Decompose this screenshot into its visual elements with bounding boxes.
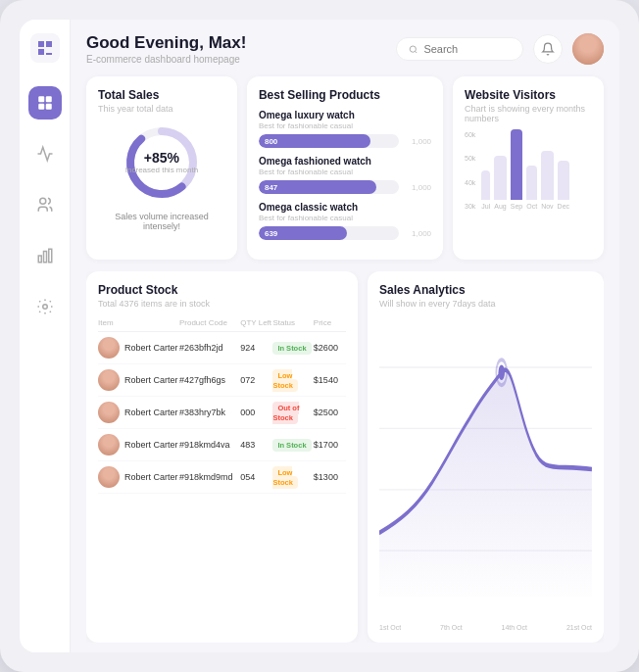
td-status: Out of Stock	[272, 403, 313, 422]
svg-rect-6	[38, 256, 41, 263]
sales-analytics-card: Sales Analytics Will show in every 7days…	[368, 271, 604, 643]
bar-col-bar	[481, 170, 490, 200]
donut-percent: +85%	[125, 150, 198, 166]
avatar[interactable]	[572, 33, 604, 65]
bar-col: Oct	[526, 166, 537, 210]
website-visitors-card: Website Visitors Chart is showing every …	[453, 76, 604, 260]
product-sub: Best for fashionable casual	[259, 168, 431, 176]
y-axis: 60k50k40k30k	[465, 131, 475, 210]
search-box[interactable]	[396, 37, 523, 61]
product-name: Omega fashioned watch	[259, 156, 431, 167]
line-chart-wrap	[379, 316, 592, 622]
stock-table: ItemProduct CodeQTY LeftStatusPrice Robe…	[98, 314, 346, 631]
product-row: Omega fashioned watch Best for fashionab…	[259, 156, 431, 194]
table-header: ItemProduct CodeQTY LeftStatusPrice	[98, 314, 346, 332]
td-status: In Stock	[272, 343, 313, 353]
bar-col-bar	[526, 166, 537, 200]
stock-title: Product Stock	[98, 283, 346, 297]
bell-icon	[541, 42, 555, 56]
notification-button[interactable]	[533, 34, 563, 64]
app-logo	[30, 33, 60, 63]
td-qty: 054	[240, 472, 272, 482]
svg-rect-1	[38, 96, 44, 102]
td-qty: 483	[240, 440, 272, 450]
total-sales-card: Total Sales This year total data +85% In…	[86, 76, 237, 260]
table-header-cell: Item	[98, 318, 179, 327]
td-avatar	[98, 402, 120, 423]
td-price: $1700	[314, 440, 346, 450]
svg-point-10	[410, 45, 416, 51]
td-qty: 924	[240, 343, 272, 353]
td-status: Low Stock	[272, 467, 313, 487]
table-header-cell: Status	[272, 318, 313, 327]
td-avatar	[98, 369, 120, 391]
td-name: Robert Carter	[124, 375, 178, 385]
sidebar-item-chart[interactable]	[28, 137, 62, 170]
sidebar-item-analytics[interactable]	[28, 239, 62, 272]
sidebar-item-settings[interactable]	[28, 290, 62, 323]
bar-col-label: Nov	[541, 203, 553, 210]
visitors-chart: 60k50k40k30k Jul Aug Sep Oct Nov Dec	[465, 131, 592, 210]
y-label: 60k	[465, 131, 475, 138]
bar-col: Jul	[481, 170, 490, 210]
svg-rect-0	[30, 33, 60, 63]
product-sub: Best for fashionable casual	[259, 121, 431, 130]
td-price: $2500	[314, 408, 346, 417]
td-qty: 000	[240, 408, 272, 417]
status-badge: In Stock	[272, 439, 311, 452]
table-body: Robert Carter #263bfh2jd 924 In Stock $2…	[98, 332, 346, 494]
bar-chart: Jul Aug Sep Oct Nov Dec	[481, 131, 569, 210]
table-row: Robert Carter #383hry7bk 000 Out of Stoc…	[98, 397, 346, 429]
sidebar	[20, 20, 71, 652]
status-badge: Out of Stock	[272, 402, 299, 424]
best-selling-title: Best Selling Products	[259, 88, 431, 102]
product-row: Omega luxury watch Best for fashionable …	[259, 110, 431, 148]
sidebar-item-users[interactable]	[28, 188, 62, 221]
search-input[interactable]	[423, 43, 511, 55]
td-code: #427gfh6gs	[179, 375, 240, 385]
analytics-title: Sales Analytics	[379, 283, 592, 297]
subtitle: E-commerce dashboard homepage	[86, 54, 246, 65]
bar-fill: 639	[259, 226, 347, 240]
bar-col-label: Oct	[526, 203, 537, 210]
sidebar-item-dashboard[interactable]	[28, 86, 62, 120]
td-status: Low Stock	[272, 370, 313, 390]
svg-point-18	[499, 364, 506, 380]
svg-rect-7	[43, 252, 46, 263]
analytics-subtitle: Will show in every 7days data	[379, 299, 592, 309]
td-name: Robert Carter	[124, 408, 178, 417]
visitors-title: Website Visitors	[465, 88, 592, 102]
td-item: Robert Carter	[98, 466, 179, 488]
x-labels: 1st Oct7th Oct14th Oct21st Oct	[379, 622, 592, 631]
y-label: 50k	[465, 155, 475, 162]
bar-col-bar	[558, 161, 569, 200]
top-cards-row: Total Sales This year total data +85% In…	[86, 76, 604, 260]
table-row: Robert Carter #918kmd9md 054 Low Stock $…	[98, 461, 346, 494]
table-row: Robert Carter #427gfh6gs 072 Low Stock $…	[98, 364, 346, 397]
bar-row: 639 1,000	[259, 226, 431, 240]
product-name: Omega classic watch	[259, 202, 431, 213]
bar-col-label: Sep	[511, 203, 522, 210]
td-item: Robert Carter	[98, 337, 179, 359]
bar-col-label: Dec	[558, 203, 569, 210]
bar-fill: 800	[259, 134, 370, 148]
header-right	[396, 33, 604, 65]
x-label: 14th Oct	[502, 624, 527, 631]
bar-max: 1,000	[404, 183, 431, 192]
line-chart-svg	[379, 316, 592, 622]
bar-col-label: Jul	[481, 203, 490, 210]
bar-col-bar	[511, 129, 522, 200]
bar-col: Dec	[558, 161, 569, 210]
bar-value: 847	[265, 183, 277, 192]
bar-row: 800 1,000	[259, 134, 431, 148]
product-name: Omega luxury watch	[259, 110, 431, 120]
td-status: In Stock	[272, 440, 313, 450]
table-row: Robert Carter #263bfh2jd 924 In Stock $2…	[98, 332, 346, 364]
product-sub: Best for fashionable casual	[259, 214, 431, 222]
td-code: #263bfh2jd	[179, 343, 240, 353]
header-left: Good Evening, Max! E-commerce dashboard …	[86, 33, 246, 65]
td-price: $1540	[314, 375, 346, 385]
donut-text: +85% Increased this month	[125, 150, 198, 175]
bar-value: 639	[265, 229, 277, 238]
best-selling-card: Best Selling Products Omega luxury watch…	[247, 76, 443, 260]
